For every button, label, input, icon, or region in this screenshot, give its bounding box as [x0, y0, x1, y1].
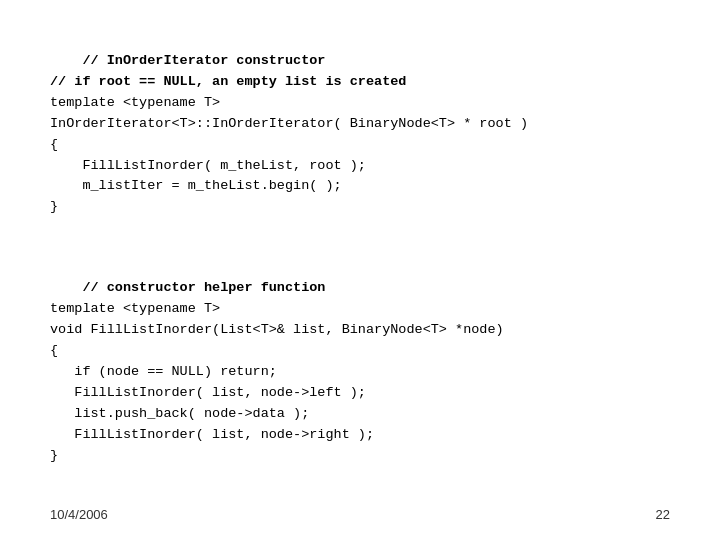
comment-line-9: // constructor helper function [82, 280, 325, 295]
code-line-10: template <typename T> [50, 301, 220, 316]
code-section-2: // constructor helper function template … [50, 257, 670, 487]
comment-line-1: // InOrderIterator constructor [82, 53, 325, 68]
code-line-4: InOrderIterator<T>::InOrderIterator( Bin… [50, 116, 528, 131]
code-line-7: m_listIter = m_theList.begin( ); [50, 178, 342, 193]
code-line-8: } [50, 199, 58, 214]
code-line-17: } [50, 448, 58, 463]
comment-line-2: // if root == NULL, an empty list is cre… [50, 74, 406, 89]
code-line-16: FillListInorder( list, node->right ); [50, 427, 374, 442]
code-line-6: FillListInorder( m_theList, root ); [50, 158, 366, 173]
spacer-1 [50, 239, 670, 257]
slide: // InOrderIterator constructor // if roo… [0, 0, 720, 540]
code-line-15: list.push_back( node->data ); [50, 406, 309, 421]
code-line-13: if (node == NULL) return; [50, 364, 277, 379]
code-line-12: { [50, 343, 58, 358]
code-line-14: FillListInorder( list, node->left ); [50, 385, 366, 400]
code-line-5: { [50, 137, 58, 152]
code-line-3: template <typename T> [50, 95, 220, 110]
code-section-1: // InOrderIterator constructor // if roo… [50, 30, 670, 239]
footer-date: 10/4/2006 [50, 507, 108, 522]
code-line-11: void FillListInorder(List<T>& list, Bina… [50, 322, 504, 337]
footer: 10/4/2006 22 [50, 507, 670, 522]
footer-page-number: 22 [656, 507, 670, 522]
